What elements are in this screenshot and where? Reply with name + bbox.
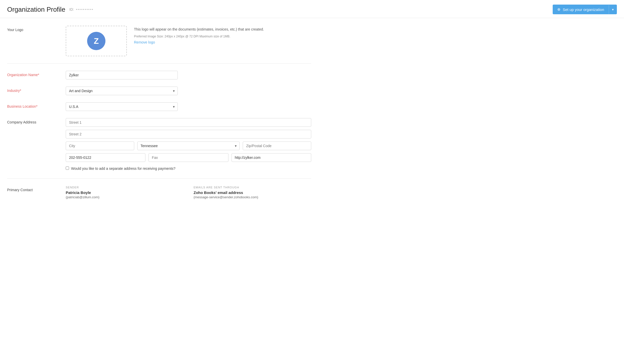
company-address-row: Company Address Tennessee California	[7, 118, 311, 171]
org-name-row: Organization Name*	[7, 71, 311, 79]
email-through-name: Zoho Books' email address	[194, 190, 311, 195]
city-state-zip-row: Tennessee California New York Texas Flor…	[66, 142, 311, 150]
remove-logo-button[interactable]: Remove logo	[134, 40, 155, 44]
header-left: Organization Profile ID: ••••••••••	[7, 6, 93, 13]
sender-label: SENDER	[66, 186, 183, 189]
id-value: ••••••••••	[76, 7, 93, 11]
street1-input[interactable]	[66, 118, 311, 127]
phone-field	[66, 153, 145, 162]
website-field	[232, 153, 311, 162]
setup-btn-label: Set up your organization	[563, 7, 604, 12]
setup-organization-button[interactable]: ⊕ Set up your organization ▾	[553, 5, 617, 14]
main-content: Your Logo Z This logo will appear on the…	[0, 18, 318, 214]
city-field	[66, 142, 134, 150]
business-location-field: U.S.A Canada United Kingdom Australia In…	[66, 102, 178, 111]
zip-field	[243, 142, 311, 150]
chevron-down-icon[interactable]: ▾	[609, 5, 617, 14]
state-select[interactable]: Tennessee California New York Texas Flor…	[137, 142, 240, 150]
state-field: Tennessee California New York Texas Flor…	[137, 142, 240, 150]
logo-area: Z This logo will appear on the documents…	[66, 26, 311, 56]
industry-field: Art and Design Technology Finance Health…	[66, 87, 178, 95]
industry-select-wrapper: Art and Design Technology Finance Health…	[66, 87, 178, 95]
org-name-field	[66, 71, 178, 79]
setup-icon: ⊕	[557, 7, 561, 12]
website-input[interactable]	[232, 153, 311, 162]
email-through-label: EMAILS ARE SENT THROUGH	[194, 186, 311, 189]
industry-label: Industry*	[7, 87, 66, 93]
logo-label: Your Logo	[7, 26, 66, 32]
separate-address-label[interactable]: Would you like to add a separate address…	[71, 166, 175, 171]
primary-contact-row: Primary Contact SENDER Patricia Boyle (p…	[7, 186, 311, 199]
fax-input[interactable]	[148, 153, 228, 162]
logo-circle: Z	[87, 32, 105, 50]
org-name-label: Organization Name*	[7, 71, 66, 77]
logo-upload-box[interactable]: Z	[66, 26, 127, 56]
location-select-wrapper: U.S.A Canada United Kingdom Australia In…	[66, 102, 178, 111]
company-address-label: Company Address	[7, 118, 66, 124]
primary-contact-section: SENDER Patricia Boyle (patriciab@zillum.…	[66, 186, 311, 199]
industry-select[interactable]: Art and Design Technology Finance Health…	[66, 87, 178, 95]
location-select[interactable]: U.S.A Canada United Kingdom Australia In…	[66, 102, 178, 111]
id-label: ID:	[69, 7, 74, 11]
email-through-value: (message-service@sender.zohobooks.com)	[194, 195, 311, 199]
sender-email: (patriciab@zillum.com)	[66, 195, 183, 199]
id-section: ID: ••••••••••	[69, 7, 93, 11]
sender-block: SENDER Patricia Boyle (patriciab@zillum.…	[66, 186, 183, 199]
logo-letter: Z	[94, 36, 99, 46]
logo-size-hint: Preferred Image Size: 240px x 240px @ 72…	[134, 34, 264, 39]
business-location-row: Business Location* U.S.A Canada United K…	[7, 102, 311, 111]
separate-address-row: Would you like to add a separate address…	[66, 166, 311, 171]
logo-field: Z This logo will appear on the documents…	[66, 26, 311, 56]
logo-row: Your Logo Z This logo will appear on the…	[7, 26, 311, 56]
logo-info-text: This logo will appear on the documents (…	[134, 27, 264, 32]
org-name-input[interactable]	[66, 71, 178, 79]
page-title: Organization Profile	[7, 6, 65, 13]
divider-1	[7, 63, 311, 64]
email-through-block: EMAILS ARE SENT THROUGH Zoho Books' emai…	[194, 186, 311, 199]
page-header: Organization Profile ID: •••••••••• ⊕ Se…	[0, 0, 624, 18]
street2-input[interactable]	[66, 130, 311, 138]
zip-input[interactable]	[243, 142, 311, 150]
primary-contact-field: SENDER Patricia Boyle (patriciab@zillum.…	[66, 186, 311, 199]
industry-row: Industry* Art and Design Technology Fina…	[7, 87, 311, 95]
city-input[interactable]	[66, 142, 134, 150]
logo-info: This logo will appear on the documents (…	[134, 26, 264, 44]
separate-address-checkbox[interactable]	[66, 166, 69, 170]
fax-field	[148, 153, 228, 162]
address-fields: Tennessee California New York Texas Flor…	[66, 118, 311, 171]
business-location-label: Business Location*	[7, 102, 66, 108]
primary-contact-label: Primary Contact	[7, 186, 66, 192]
company-address-field: Tennessee California New York Texas Flor…	[66, 118, 311, 171]
sender-name: Patricia Boyle	[66, 190, 183, 195]
phone-input[interactable]	[66, 153, 145, 162]
divider-2	[7, 178, 311, 179]
contact-info-row	[66, 153, 311, 162]
